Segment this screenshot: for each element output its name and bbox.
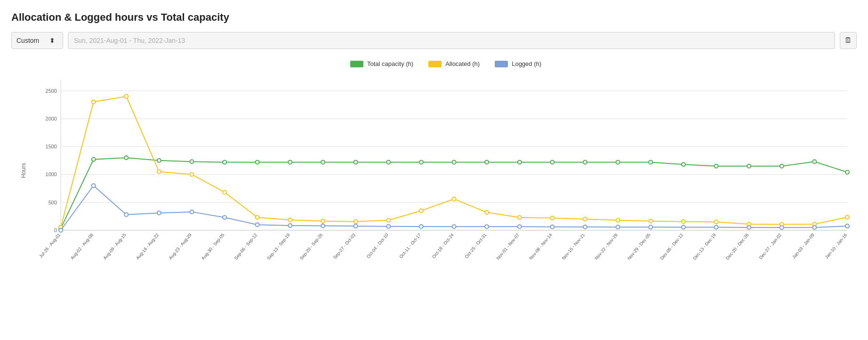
period-select[interactable]: Custom ⬍ bbox=[11, 32, 63, 49]
svg-point-38 bbox=[845, 170, 849, 174]
svg-point-27 bbox=[485, 160, 489, 164]
svg-point-64 bbox=[59, 228, 63, 232]
svg-point-80 bbox=[583, 225, 587, 229]
legend-label-allocated: Allocated (h) bbox=[445, 60, 480, 67]
svg-text:Jan-03 - Jan-09: Jan-03 - Jan-09 bbox=[791, 232, 815, 259]
svg-text:Aug-16 - Aug-22: Aug-16 - Aug-22 bbox=[135, 232, 160, 260]
legend-label-total: Total capacity (h) bbox=[367, 60, 413, 67]
svg-point-25 bbox=[419, 160, 423, 164]
svg-point-88 bbox=[845, 224, 849, 228]
svg-point-77 bbox=[485, 225, 489, 228]
svg-point-34 bbox=[715, 164, 718, 168]
chevron-icon: ⬍ bbox=[49, 37, 55, 44]
svg-text:Nov-01 - Nov-07: Nov-01 - Nov-07 bbox=[495, 232, 520, 260]
svg-point-17 bbox=[157, 159, 161, 162]
svg-point-75 bbox=[419, 225, 423, 228]
svg-point-82 bbox=[649, 225, 652, 229]
page-title: Allocation & Logged hours vs Total capac… bbox=[11, 11, 857, 24]
svg-point-58 bbox=[682, 220, 685, 224]
controls-bar: Custom ⬍ Sun, 2021-Aug-01 - Thu, 2022-Ja… bbox=[11, 32, 857, 49]
svg-text:Dec-20 - Dec-26: Dec-20 - Dec-26 bbox=[724, 232, 749, 260]
svg-text:Aug-30 - Sep-05: Aug-30 - Sep-05 bbox=[200, 232, 225, 260]
svg-point-36 bbox=[780, 164, 784, 168]
svg-text:1000: 1000 bbox=[46, 171, 57, 177]
svg-point-56 bbox=[616, 219, 620, 222]
svg-point-83 bbox=[682, 225, 685, 229]
svg-point-81 bbox=[616, 225, 620, 229]
svg-point-18 bbox=[190, 160, 194, 163]
svg-point-52 bbox=[485, 210, 489, 214]
svg-text:0: 0 bbox=[54, 227, 57, 233]
svg-text:Aug-09 - Aug-15: Aug-09 - Aug-15 bbox=[102, 232, 127, 260]
svg-text:Aug-02 - Aug-08: Aug-02 - Aug-08 bbox=[69, 232, 94, 260]
svg-point-33 bbox=[682, 162, 685, 166]
svg-point-35 bbox=[747, 164, 751, 168]
chart-legend: Total capacity (h) Allocated (h) Logged … bbox=[35, 60, 857, 67]
svg-point-53 bbox=[518, 216, 522, 219]
svg-point-86 bbox=[780, 226, 784, 229]
chart-svg: 05001000150020002500Jul-26 - Aug-01Aug-0… bbox=[35, 75, 857, 273]
svg-text:Oct-11 - Oct-17: Oct-11 - Oct-17 bbox=[398, 232, 422, 259]
svg-point-50 bbox=[419, 209, 423, 213]
calendar-icon: 🗓 bbox=[844, 36, 852, 45]
svg-point-23 bbox=[354, 160, 358, 164]
legend-allocated: Allocated (h) bbox=[428, 60, 480, 67]
svg-point-78 bbox=[518, 225, 522, 228]
legend-label-logged: Logged (h) bbox=[512, 60, 541, 67]
svg-text:Jul-26 - Aug-01: Jul-26 - Aug-01 bbox=[38, 232, 62, 259]
svg-point-66 bbox=[124, 213, 128, 217]
svg-point-73 bbox=[354, 224, 358, 228]
svg-text:500: 500 bbox=[48, 200, 57, 205]
svg-text:Sep-27 - Oct-03: Sep-27 - Oct-03 bbox=[332, 232, 356, 260]
svg-point-79 bbox=[550, 225, 554, 229]
svg-point-19 bbox=[223, 160, 226, 164]
svg-point-69 bbox=[223, 216, 226, 219]
chart-container: Total capacity (h) Allocated (h) Logged … bbox=[11, 60, 857, 312]
y-axis-label: Hours bbox=[20, 163, 27, 178]
calendar-button[interactable]: 🗓 bbox=[840, 32, 857, 49]
svg-point-22 bbox=[321, 160, 325, 164]
svg-point-24 bbox=[386, 160, 390, 164]
svg-point-44 bbox=[223, 190, 226, 194]
svg-point-55 bbox=[583, 217, 587, 221]
svg-point-37 bbox=[812, 160, 816, 163]
svg-point-47 bbox=[321, 219, 325, 223]
svg-text:Nov-08 - Nov-14: Nov-08 - Nov-14 bbox=[528, 232, 553, 260]
svg-point-46 bbox=[288, 218, 292, 222]
svg-point-67 bbox=[157, 211, 161, 215]
svg-point-85 bbox=[747, 226, 751, 229]
svg-text:Oct-25 - Oct-31: Oct-25 - Oct-31 bbox=[464, 232, 488, 259]
svg-point-20 bbox=[256, 160, 259, 164]
svg-text:Dec-13 - Dec-19: Dec-13 - Dec-19 bbox=[692, 232, 717, 260]
legend-color-allocated bbox=[428, 61, 442, 67]
chart-area: Hours 05001000150020002500Jul-26 - Aug-0… bbox=[35, 75, 857, 275]
svg-text:Sep-06 - Sep-12: Sep-06 - Sep-12 bbox=[233, 232, 258, 260]
svg-point-57 bbox=[649, 219, 652, 223]
svg-point-70 bbox=[256, 223, 259, 227]
svg-point-76 bbox=[452, 225, 456, 228]
svg-point-63 bbox=[845, 215, 849, 219]
svg-point-68 bbox=[190, 210, 194, 214]
svg-text:Dec-27 - Jan-02: Dec-27 - Jan-02 bbox=[758, 232, 782, 260]
svg-text:2500: 2500 bbox=[46, 88, 57, 94]
svg-point-26 bbox=[452, 160, 456, 164]
svg-text:Nov-15 - Nov-21: Nov-15 - Nov-21 bbox=[561, 232, 586, 260]
svg-text:Oct-18 - Oct-24: Oct-18 - Oct-24 bbox=[431, 232, 455, 259]
svg-point-15 bbox=[92, 157, 96, 161]
svg-point-87 bbox=[812, 226, 816, 229]
svg-point-51 bbox=[452, 197, 456, 201]
svg-text:Nov-22 - Nov-28: Nov-22 - Nov-28 bbox=[594, 232, 619, 260]
legend-total-capacity: Total capacity (h) bbox=[350, 60, 413, 67]
svg-point-41 bbox=[124, 95, 128, 98]
svg-point-31 bbox=[616, 160, 620, 164]
svg-text:Dec-06 - Dec-12: Dec-06 - Dec-12 bbox=[659, 232, 684, 260]
svg-point-74 bbox=[386, 225, 390, 228]
svg-point-21 bbox=[288, 160, 292, 164]
svg-point-16 bbox=[124, 156, 128, 160]
period-select-label: Custom bbox=[16, 37, 39, 44]
legend-color-total bbox=[350, 61, 363, 67]
svg-point-72 bbox=[321, 224, 325, 228]
svg-text:Oct-04 - Oct-10: Oct-04 - Oct-10 bbox=[365, 232, 389, 259]
svg-text:1500: 1500 bbox=[46, 144, 57, 149]
svg-point-65 bbox=[92, 184, 96, 187]
